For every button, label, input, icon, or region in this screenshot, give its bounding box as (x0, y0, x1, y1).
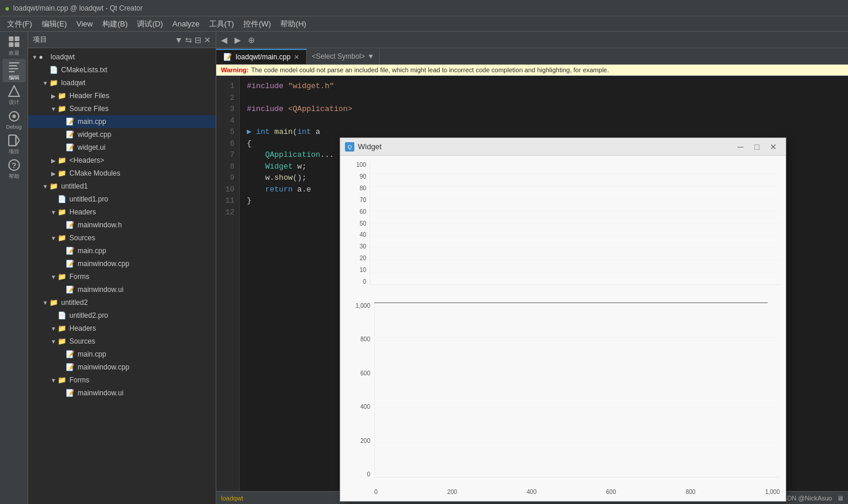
tree-file-widget-cpp[interactable]: 📝 widget.cpp (28, 128, 216, 141)
tree-folder-headers1[interactable]: ▼ 📁 Headers (28, 206, 216, 219)
tree-file-main1-cpp[interactable]: 📝 main.cpp (28, 244, 216, 257)
minimize-button[interactable]: ─ (733, 140, 748, 153)
warning-label: Warning: (221, 66, 249, 73)
chart-bottom-x-labels: 0 200 400 600 800 1,000 (374, 489, 780, 495)
tree-label: main.cpp (78, 350, 106, 358)
tree-file-mainwindow1-cpp[interactable]: 📝 mainwindow.cpp (28, 257, 216, 270)
maximize-button[interactable]: □ (749, 140, 765, 153)
menu-item-d[interactable]: 调试(D) (132, 18, 167, 31)
sidebar-icons: 欢迎 编辑 设计 Debug 项目 ? 帮助 (0, 32, 28, 504)
tree-folder-forms2[interactable]: ▼ 📁 Forms (28, 374, 216, 387)
menu-item-w[interactable]: 控件(W) (239, 18, 276, 31)
tree-arrow: ▶ (49, 170, 58, 177)
split-icon[interactable]: ⊟ (195, 35, 202, 45)
tree-file-untitled2-pro[interactable]: 📄 untitled2.pro (28, 309, 216, 322)
sidebar-help[interactable]: ? 帮助 (2, 157, 26, 181)
tree-label: <Headers> (69, 156, 104, 164)
cpp-icon: 📝 (66, 260, 75, 268)
tree-label: main.cpp (78, 247, 106, 255)
folder-icon: 📁 (58, 337, 67, 345)
tree-file-main2-cpp[interactable]: 📝 main.cpp (28, 348, 216, 361)
tree-arrow: ▶ (49, 93, 58, 99)
tree-file-widget-ui[interactable]: 📝 widget.ui (28, 141, 216, 154)
sidebar-debug-label: Debug (6, 124, 22, 130)
svg-rect-3 (15, 42, 19, 47)
link-icon[interactable]: ⇆ (185, 35, 192, 45)
folder-icon: 📁 (58, 92, 67, 100)
tree-label: mainwindow.ui (78, 285, 123, 294)
menu-bar: 文件(F)编辑(E)View构建(B)调试(D)Analyze工具(T)控件(W… (0, 16, 848, 32)
tree-folder-sources2[interactable]: ▼ 📁 Sources (28, 335, 216, 348)
tree-folder-headers2[interactable]: ▼ 📁 Headers (28, 322, 216, 335)
tree-folder-loadqwt[interactable]: ▼ 📁 loadqwt (28, 76, 216, 89)
tree-file-mainwindow2-ui[interactable]: 📝 mainwindow.ui (28, 387, 216, 399)
sidebar-edit[interactable]: 编辑 (2, 59, 26, 82)
tree-file-mainwindow1-ui[interactable]: 📝 mainwindow.ui (28, 283, 216, 296)
tree-folder-forms1[interactable]: ▼ 📁 Forms (28, 270, 216, 283)
filter-icon[interactable]: ▼ (175, 35, 183, 45)
sidebar-debug[interactable]: Debug (2, 108, 26, 132)
cpp-icon: 📝 (66, 363, 75, 371)
tree-item-cmakelists[interactable]: 📄 CMakeLists.txt (28, 63, 216, 76)
title-bar: ● loadqwt/main.cpp @ loadqwt - Qt Creato… (0, 0, 848, 16)
tree-label: untitled2.pro (69, 311, 108, 320)
bookmark-button[interactable]: ⊕ (246, 34, 257, 46)
sidebar-design[interactable]: 设计 (2, 83, 26, 107)
svg-rect-7 (9, 71, 15, 72)
menu-item-h[interactable]: 帮助(H) (276, 18, 311, 31)
screen-icon: 🖥 (837, 495, 843, 502)
tree-folder-untitled1[interactable]: ▼ 📁 untitled1 (28, 180, 216, 193)
widget-window: Q Widget ─ □ ✕ 0 10 20 (340, 137, 786, 502)
close-button[interactable]: ✕ (766, 140, 781, 153)
tree-file-mainwindow2-cpp[interactable]: 📝 mainwindow.cpp (28, 361, 216, 374)
main-layout: 欢迎 编辑 设计 Debug 项目 ? 帮助 项目 ▼ ⇆ (0, 32, 848, 504)
chart-bottom-svg (374, 303, 780, 478)
tab-close-button[interactable]: ✕ (294, 53, 299, 61)
tree-arrow: ▼ (49, 338, 58, 345)
folder-icon: 📁 (58, 105, 67, 113)
tree-label: main.cpp (78, 117, 106, 126)
svg-marker-8 (9, 86, 19, 96)
menu-item-b[interactable]: 构建(B) (98, 18, 132, 31)
tree-label: Source Files (69, 105, 109, 113)
tree-folder-headerfiles[interactable]: ▶ 📁 Header Files (28, 89, 216, 102)
root-icon: ● (39, 53, 48, 61)
tree-label: untitled2 (61, 298, 88, 307)
ui-icon: 📝 (66, 389, 75, 397)
folder-icon: 📁 (49, 298, 59, 307)
menu-item-f[interactable]: 文件(F) (2, 18, 37, 31)
menu-item-t[interactable]: 工具(T) (205, 18, 239, 31)
folder-icon: 📁 (58, 234, 67, 242)
tree-label: Forms (69, 273, 89, 281)
tab-bar: 📝 loadqwt/main.cpp ✕ <Select Symbol> ▼ (216, 48, 848, 65)
back-button[interactable]: ◀ (219, 34, 230, 46)
widget-controls: ─ □ ✕ (733, 140, 781, 153)
tree-folder-cmake-modules[interactable]: ▶ 📁 CMake Modules (28, 167, 216, 180)
pro-icon: 📄 (58, 311, 67, 320)
svg-rect-4 (9, 62, 19, 63)
tree-folder-sources1[interactable]: ▼ 📁 Sources (28, 231, 216, 244)
line-numbers: 1 2 3 4 5 6 7 8 9 10 11 12 (216, 76, 240, 491)
menu-item-e[interactable]: 编辑(E) (37, 18, 72, 31)
tree-file-untitled1-pro[interactable]: 📄 untitled1.pro (28, 193, 216, 206)
pro-icon: 📄 (58, 195, 67, 203)
svg-text:?: ? (12, 161, 16, 170)
close-panel-icon[interactable]: ✕ (204, 35, 211, 45)
folder-icon: 📁 (58, 376, 67, 384)
tree-folder-untitled2[interactable]: ▼ 📁 untitled2 (28, 296, 216, 309)
tab-symbol-select[interactable]: <Select Symbol> ▼ (307, 49, 380, 64)
tree-arrow: ▼ (49, 325, 58, 332)
tree-file-mainwindow-h[interactable]: 📝 mainwindow.h (28, 219, 216, 231)
menu-item-view[interactable]: View (72, 18, 98, 29)
tree-label: Headers (69, 324, 96, 332)
tab-main-cpp[interactable]: 📝 loadqwt/main.cpp ✕ (216, 49, 307, 64)
forward-button[interactable]: ▶ (232, 34, 243, 46)
tree-folder-headers-angled[interactable]: ▶ 📁 <Headers> (28, 154, 216, 167)
sidebar-project[interactable]: 项目 (2, 133, 26, 156)
tree-folder-sourcefiles[interactable]: ▼ 📁 Source Files (28, 102, 216, 115)
menu-item-analyze[interactable]: Analyze (167, 18, 204, 29)
tree-root-loadqwt[interactable]: ▼ ● loadqwt (28, 51, 216, 63)
project-header: 项目 ▼ ⇆ ⊟ ✕ (28, 32, 216, 48)
tree-file-main-cpp[interactable]: 📝 main.cpp (28, 115, 216, 128)
sidebar-welcome[interactable]: 欢迎 (2, 34, 26, 58)
